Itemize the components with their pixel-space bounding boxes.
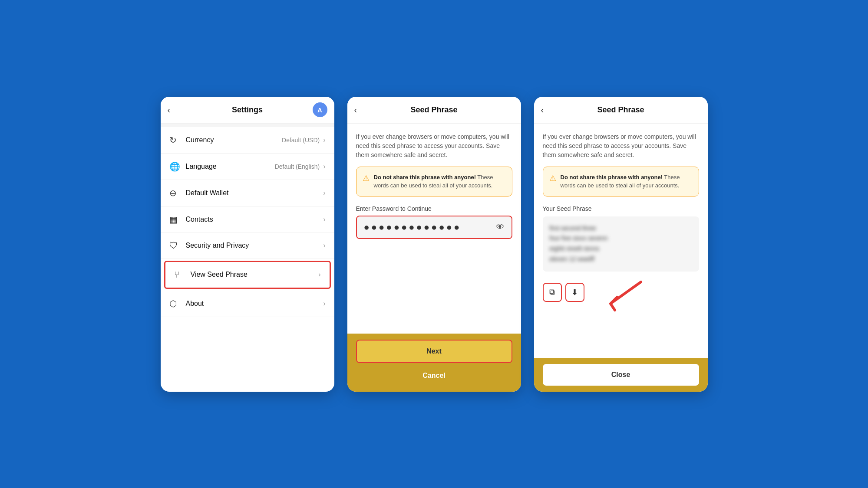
security-icon: 🛡 (169, 241, 182, 251)
copy-seed-button[interactable]: ⧉ (543, 283, 562, 302)
password-field-wrapper: ●●●●●●●●●●●●● 👁 (356, 216, 512, 239)
default-wallet-icon: ⊖ (169, 188, 182, 198)
contacts-chevron: › (323, 216, 325, 223)
seed-phrase-chevron: › (318, 271, 320, 278)
seed-reveal-header: ‹ Seed Phrase (534, 97, 708, 124)
settings-item-language[interactable]: 🌐 Language Default (English) › (161, 154, 334, 180)
language-value: Default (English) (275, 163, 320, 170)
language-icon: 🌐 (169, 161, 182, 172)
settings-item-about[interactable]: ⬡ About › (161, 291, 334, 317)
security-chevron: › (323, 242, 325, 249)
arrow-annotation-container (602, 278, 645, 314)
settings-item-default-wallet[interactable]: ⊖ Default Wallet › (161, 180, 334, 206)
settings-item-security[interactable]: 🛡 Security and Privacy › (161, 233, 334, 259)
settings-panel: ‹ Settings A ↻ Currency Default (USD) › … (161, 97, 334, 392)
default-wallet-chevron: › (323, 189, 325, 197)
currency-icon: ↻ (169, 135, 182, 145)
seed-phrase-icon: ⑂ (174, 270, 186, 280)
currency-label: Currency (186, 136, 282, 144)
warning-text: Do not share this phrase with anyone! Th… (374, 173, 506, 190)
seed-phrase-box: first second three four five sixxx seven… (543, 216, 699, 272)
seed-pw-header: ‹ Seed Phrase (347, 97, 521, 124)
seed-reveal-body: If you ever change browsers or move comp… (534, 124, 708, 358)
settings-item-currency[interactable]: ↻ Currency Default (USD) › (161, 127, 334, 154)
settings-header: ‹ Settings A (161, 97, 334, 124)
language-chevron: › (323, 163, 325, 170)
seed-phrase-text: first second three four five sixxx seven… (550, 225, 608, 262)
warning-icon-2: ⚠ (549, 174, 556, 190)
warning-text-2: Do not share this phrase with anyone! Th… (561, 173, 693, 190)
seed-actions-area: ⧉ ⬇ (543, 278, 699, 314)
download-seed-button[interactable]: ⬇ (565, 283, 584, 302)
currency-chevron: › (323, 136, 325, 144)
seed-pw-title: Seed Phrase (410, 105, 457, 115)
seed-pw-warning-box: ⚠ Do not share this phrase with anyone! … (356, 167, 512, 197)
seed-reveal-footer: Close (534, 358, 708, 392)
seed-pw-description: If you ever change browsers or move comp… (356, 132, 512, 160)
settings-item-contacts[interactable]: ▦ Contacts › (161, 206, 334, 233)
seed-reveal-warning-box: ⚠ Do not share this phrase with anyone! … (543, 167, 699, 197)
password-field-label: Enter Password to Continue (356, 205, 512, 212)
password-dots-display: ●●●●●●●●●●●●● (364, 222, 496, 233)
seed-phrase-password-panel: ‹ Seed Phrase If you ever change browser… (347, 97, 521, 392)
contacts-icon: ▦ (169, 214, 182, 225)
seed-actions-row: ⧉ ⬇ (543, 283, 584, 302)
seed-pw-body: If you ever change browsers or move comp… (347, 124, 521, 334)
seed-pw-footer: Next Cancel (347, 334, 521, 392)
about-label: About (186, 300, 323, 308)
close-button[interactable]: Close (543, 364, 699, 386)
contacts-label: Contacts (186, 216, 323, 223)
warning-icon: ⚠ (363, 174, 370, 190)
next-button[interactable]: Next (356, 340, 512, 363)
seed-reveal-description: If you ever change browsers or move comp… (543, 132, 699, 160)
avatar: A (313, 102, 327, 117)
panels-container: ‹ Settings A ↻ Currency Default (USD) › … (143, 79, 725, 409)
seed-phrase-reveal-panel: ‹ Seed Phrase If you ever change browser… (534, 97, 708, 392)
currency-value: Default (USD) (282, 137, 320, 144)
settings-back-button[interactable]: ‹ (168, 105, 171, 115)
seed-pw-back-button[interactable]: ‹ (354, 105, 357, 115)
seed-phrase-section-label: Your Seed Phrase (543, 205, 699, 212)
settings-item-view-seed-phrase[interactable]: ⑂ View Seed Phrase › (164, 261, 331, 289)
security-label: Security and Privacy (186, 242, 323, 249)
annotation-arrow-icon (602, 278, 645, 312)
default-wallet-label: Default Wallet (186, 189, 323, 197)
seed-reveal-back-button[interactable]: ‹ (541, 105, 544, 115)
seed-phrase-label: View Seed Phrase (191, 271, 319, 278)
language-label: Language (186, 163, 275, 170)
about-chevron: › (323, 300, 325, 308)
settings-title: Settings (232, 105, 263, 115)
settings-divider (161, 124, 334, 127)
toggle-password-icon[interactable]: 👁 (496, 222, 505, 232)
cancel-button[interactable]: Cancel (356, 366, 512, 386)
seed-reveal-title: Seed Phrase (597, 105, 644, 115)
about-icon: ⬡ (169, 298, 182, 309)
